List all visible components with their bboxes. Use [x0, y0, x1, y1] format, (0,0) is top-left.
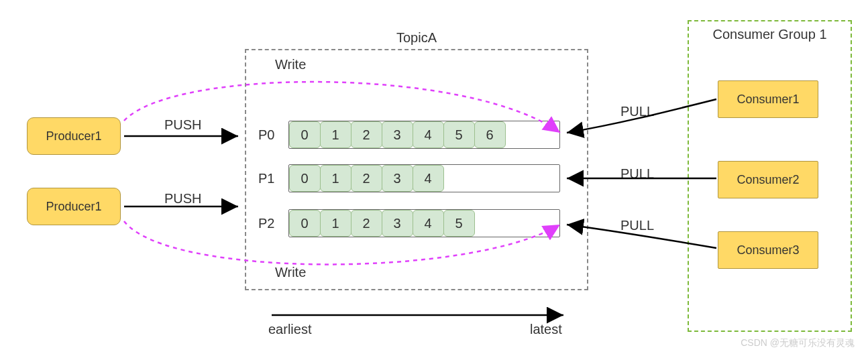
partition-slot: 1 [320, 165, 351, 192]
partition-row-p0: P0 0 1 2 3 4 5 6 [258, 121, 560, 149]
consumer-label: Consumer3 [737, 243, 799, 257]
partition-label: P1 [258, 171, 288, 186]
partition-slot: 0 [289, 210, 321, 237]
partition-slot: 0 [289, 121, 321, 148]
consumer-box-2: Consumer2 [718, 161, 818, 198]
pull-label-2: PULL [620, 166, 654, 182]
partition-slot: 1 [320, 210, 351, 237]
partition-slot: 3 [382, 121, 413, 148]
partition-slot: 1 [320, 121, 351, 148]
consumer-label: Consumer1 [737, 93, 799, 107]
consumer-group-title: Consumer Group 1 [712, 27, 826, 42]
partition-slot: 2 [351, 210, 382, 237]
partition-slot: 3 [382, 165, 413, 192]
partition-slot: 2 [351, 121, 382, 148]
topic-title: TopicA [396, 30, 437, 46]
partition-row-p1: P1 0 1 2 3 4 [258, 164, 560, 192]
partition-slots: 0 1 2 3 4 5 [288, 209, 560, 237]
partition-slot: 3 [382, 210, 413, 237]
partition-slot: 4 [413, 210, 444, 237]
watermark: CSDN @无糖可乐没有灵魂 [741, 337, 855, 349]
producer-label: Producer1 [46, 129, 101, 143]
partition-slots: 0 1 2 3 4 5 6 [288, 121, 560, 149]
consumer-label: Consumer2 [737, 173, 799, 187]
producer-box-1: Producer1 [27, 117, 121, 155]
partition-slots: 0 1 2 3 4 [288, 164, 560, 192]
producer-label: Producer1 [46, 200, 101, 214]
partition-slot: 2 [351, 165, 382, 192]
consumer-box-3: Consumer3 [718, 231, 818, 269]
partition-slot: 5 [443, 210, 475, 237]
write-label-bottom: Write [275, 265, 306, 280]
push-label-1: PUSH [164, 117, 202, 133]
partition-slot: 6 [474, 121, 506, 148]
partition-label: P0 [258, 127, 288, 143]
pull-label-1: PULL [620, 104, 654, 119]
partition-row-p2: P2 0 1 2 3 4 5 [258, 209, 560, 237]
pull-label-3: PULL [620, 218, 654, 233]
latest-label: latest [530, 322, 562, 337]
partition-slot: 4 [413, 121, 444, 148]
producer-box-2: Producer1 [27, 188, 121, 225]
consumer-box-1: Consumer1 [718, 80, 818, 118]
partition-label: P2 [258, 216, 288, 231]
write-label-top: Write [275, 57, 306, 72]
partition-slot: 4 [413, 165, 444, 192]
earliest-label: earliest [268, 322, 311, 337]
partition-slot: 0 [289, 165, 321, 192]
push-label-2: PUSH [164, 191, 202, 206]
partition-slot: 5 [443, 121, 475, 148]
